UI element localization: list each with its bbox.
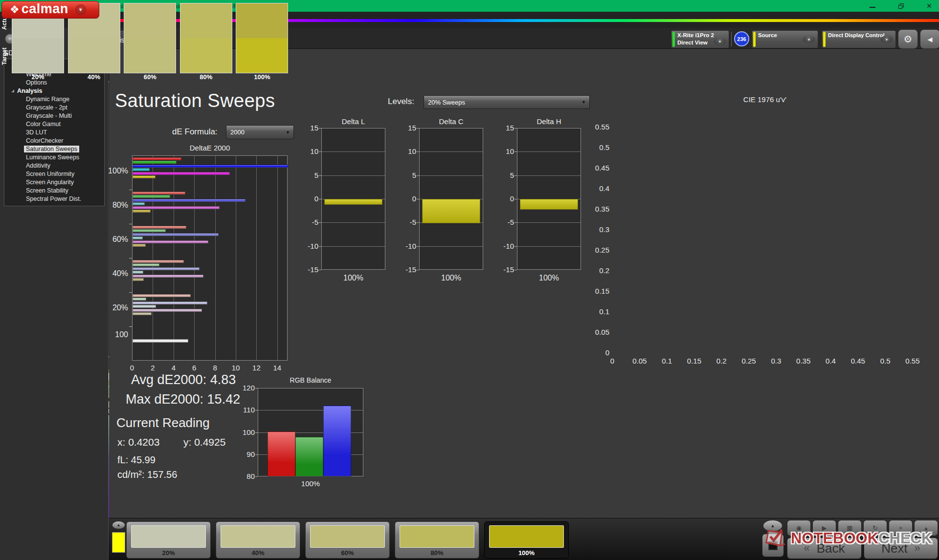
y-tick-mark [417,270,419,270]
stop-button[interactable] [762,534,784,557]
cie-y-tick-label: 0.55 [589,123,609,131]
restore-button[interactable] [896,2,906,10]
page-title: Saturation Sweeps [115,90,275,111]
levels-dropdown[interactable]: 20% Sweeps ▼ [424,95,590,109]
x-tick-label: 8 [209,364,221,372]
transport-button-0[interactable]: ◉ [787,520,811,536]
y-tick-label: 15 [400,124,416,132]
deltae-bar [133,206,220,209]
close-button[interactable]: × [924,1,934,11]
collapse-strip-button[interactable]: ▲ [112,521,125,529]
tree-row[interactable]: Saturation Sweeps [4,145,104,153]
group-label: 20% [102,303,128,312]
sidebar-item-grayscale-2pt[interactable]: Grayscale - 2pt [24,104,69,111]
meter-dropdown[interactable]: X-Rite i1Pro 2 Direct View ▼ [671,30,729,48]
de-formula-label: dE Formula: [172,127,218,137]
chevron-down-icon: ▼ [803,36,815,43]
y-tick-label: 10 [302,147,318,155]
next-button[interactable]: Next » [864,538,938,559]
sidebar-item-color-gamut[interactable]: Color Gamut [24,121,63,128]
collapse-controls-button[interactable]: ▲ [763,520,782,532]
deltae-bar [133,237,143,239]
y-tick-mark [319,222,321,223]
y-tick-mark [255,410,258,410]
rgb-balance-title: RGB Balance [271,376,350,384]
deltae-bar [133,161,177,164]
current-color-swatch [112,532,125,553]
cie-x-tick-label: 0.2 [711,357,732,365]
tree-row[interactable]: Luminance Sweeps [4,153,104,161]
tree-row[interactable]: Analysis [4,86,104,95]
tree-row[interactable]: ColorChecker [4,136,104,145]
tree-row[interactable]: Spectral Power Dist. [4,194,104,203]
sidebar-item-screen-uniformity[interactable]: Screen Uniformity [24,171,76,177]
tree-row[interactable]: Dynamic Range [4,95,104,103]
reading-cdm2: cd/m²: 157.56 [117,469,177,480]
y-tick-mark [417,175,419,176]
gridline [420,246,483,247]
target-swatch-20% [12,38,64,73]
meter-name: X-Rite i1Pro 2 [677,32,714,38]
tree-row[interactable]: 3D LUT [4,128,104,136]
cie-y-tick-label: 0 [589,348,609,357]
sidebar-item-saturation-sweeps[interactable]: Saturation Sweeps [24,146,79,152]
delta_c-bar [422,199,480,223]
tree-row[interactable]: Additivity [4,161,104,170]
transport-button-4[interactable]: + [889,520,913,536]
settings-button[interactable]: ⚙ [898,29,918,49]
tree-row[interactable]: Grayscale - Multi [4,111,104,120]
gridline [277,156,278,360]
transport-button-1[interactable]: ▶ [812,520,836,536]
level-card-swatch [221,525,295,548]
de-formula-dropdown[interactable]: 2000 ▼ [226,125,294,139]
deltae-bar [133,229,166,232]
transport-button-5[interactable]: ▴ [914,520,938,536]
gridline [322,246,385,247]
display-control-dropdown[interactable]: Direct Display Control ▼ [822,30,896,48]
level-card-20%[interactable]: 20% [126,521,211,559]
tree-row[interactable]: Grayscale - 2pt [4,103,104,111]
level-card-80%[interactable]: 80% [395,521,479,559]
source-status-bar [753,32,756,47]
source-dropdown[interactable]: Source ▼ [752,30,818,48]
y-tick-label: 15 [302,124,318,132]
deltae-bar [133,275,203,278]
sidebar-item-luminance-sweeps[interactable]: Luminance Sweeps [24,154,81,161]
tree-row[interactable]: Screen Angularity [4,178,104,186]
level-card-100%[interactable]: 100% [484,521,569,559]
swatch-label: 80% [180,73,232,81]
minimize-button[interactable] [868,2,877,10]
sidebar-item-spectral-power-dist-[interactable]: Spectral Power Dist. [24,195,83,202]
tree-row[interactable]: Color Gamut [4,120,104,128]
de-formula-value: 2000 [230,129,245,136]
back-button[interactable]: « Back [787,538,862,559]
cie-y-tick-label: 0.35 [589,205,609,213]
transport-button-3[interactable]: ↻ [863,520,887,536]
sidebar-item-additivity[interactable]: Additivity [24,162,52,169]
cie-y-tick-label: 0.1 [589,307,609,316]
measure-count-badge[interactable]: 236 [734,31,749,46]
tree-row[interactable]: Screen Uniformity [4,170,104,178]
sidebar-item-screen-angularity[interactable]: Screen Angularity [24,179,76,186]
x-tick-label: 2 [147,364,158,372]
tree-row[interactable]: Screen Stability [4,186,104,194]
calman-menu-button[interactable]: ❖ calman ▼ [1,1,99,19]
sidebar-item-grayscale-multi[interactable]: Grayscale - Multi [24,112,74,119]
level-card-label: 20% [127,549,210,557]
sidebar-item-3d-lut[interactable]: 3D LUT [24,129,49,136]
cie-x-tick-label: 0.55 [902,357,923,365]
collapse-panel-button[interactable]: ◀ [920,29,939,49]
transport-button-2[interactable]: ▦ [838,520,862,536]
level-card-60%[interactable]: 60% [305,521,390,559]
level-card-40%[interactable]: 40% [216,521,300,559]
sidebar-item-screen-stability[interactable]: Screen Stability [24,187,70,194]
y-tick-label: -5 [497,218,514,226]
x-category-label: 100% [258,479,363,488]
gridline [420,151,483,152]
sidebar-item-colorchecker[interactable]: ColorChecker [24,137,65,144]
source-label: Source [758,32,777,38]
gridline [256,156,257,360]
y-tick-mark [129,258,132,258]
sidebar-item-dynamic-range[interactable]: Dynamic Range [24,96,71,103]
deltae-bar [133,175,156,178]
